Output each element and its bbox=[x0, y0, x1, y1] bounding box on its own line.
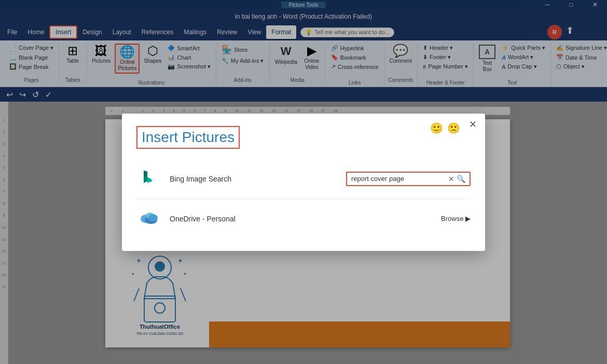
onedrive-service-name: OneDrive - Personal bbox=[170, 215, 433, 223]
modal-close-btn[interactable]: ✕ bbox=[469, 120, 477, 129]
bing-service-name: Bing Image Search bbox=[170, 175, 338, 183]
bing-search-box: ✕ 🔍 bbox=[346, 172, 471, 186]
svg-point-16 bbox=[148, 214, 158, 221]
onedrive-logo-svg bbox=[140, 207, 158, 226]
bing-search-input[interactable] bbox=[351, 175, 448, 183]
insert-pictures-modal: ✕ 🙂 🙁 Insert Pictures Bing Image Search bbox=[122, 114, 485, 251]
happy-smiley-btn[interactable]: 🙂 bbox=[430, 122, 443, 134]
search-submit-btn[interactable]: 🔍 bbox=[457, 175, 465, 183]
bing-icon bbox=[136, 167, 161, 190]
modal-overlay: ✕ 🙂 🙁 Insert Pictures Bing Image Search bbox=[0, 0, 607, 364]
bing-logo-svg bbox=[140, 167, 158, 186]
onedrive-icon bbox=[136, 207, 161, 230]
modal-title: Insert Pictures bbox=[142, 129, 234, 146]
search-clear-btn[interactable]: ✕ bbox=[448, 175, 454, 183]
bing-service-row: Bing Image Search ✕ 🔍 bbox=[136, 159, 471, 199]
onedrive-browse-btn[interactable]: Browse ▶ bbox=[441, 215, 471, 222]
onedrive-service-row: OneDrive - Personal Browse ▶ bbox=[136, 199, 471, 239]
modal-title-wrapper: Insert Pictures bbox=[136, 126, 240, 149]
svg-rect-12 bbox=[140, 167, 158, 186]
modal-header-icons: 🙂 🙁 bbox=[430, 122, 460, 134]
sad-smiley-btn[interactable]: 🙁 bbox=[447, 122, 460, 134]
